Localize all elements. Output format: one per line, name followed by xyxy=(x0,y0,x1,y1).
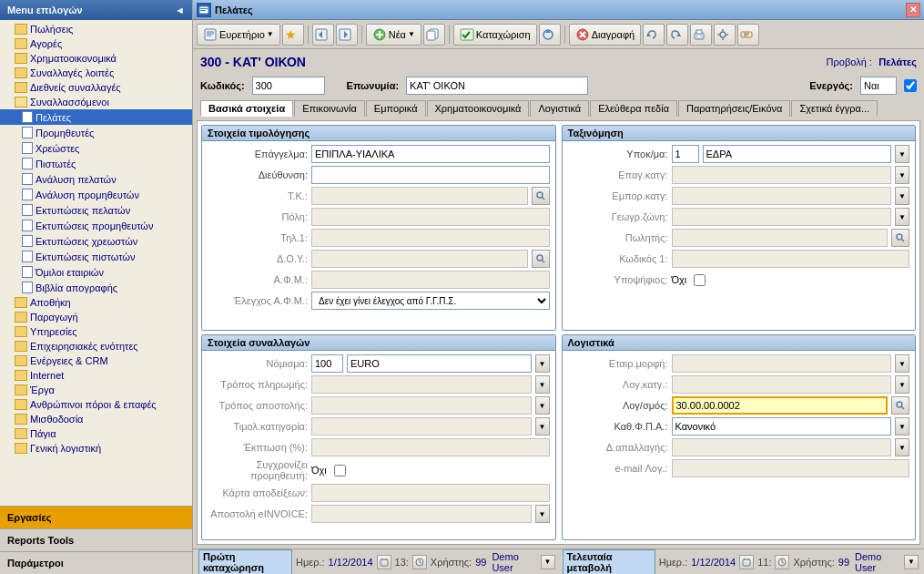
settings-button[interactable] xyxy=(714,24,736,46)
tropos-apost-input[interactable] xyxy=(311,396,532,415)
undo-button[interactable] xyxy=(643,24,665,46)
etairia-input[interactable] xyxy=(672,354,892,373)
sidebar-collapse-icon[interactable]: ◄ xyxy=(175,5,185,15)
tab-eleuthera[interactable]: Ελεύθερα πεδία xyxy=(590,100,677,117)
teleftaia-cal-button[interactable] xyxy=(739,555,754,569)
kav-fpa-dropdown[interactable]: ▼ xyxy=(895,417,909,436)
sidebar-item-xrima[interactable]: Χρηματοοικονομικά xyxy=(0,51,192,66)
kwdikos-input[interactable] xyxy=(252,77,325,95)
nea-dropdown-arrow[interactable]: ▼ xyxy=(408,30,415,38)
nav-forward-button[interactable] xyxy=(336,24,358,46)
sidebar-item-ypiresias[interactable]: Υπηρεσίες xyxy=(0,324,192,339)
teleftaia-time-button[interactable] xyxy=(775,555,789,569)
georgzoni-input[interactable] xyxy=(672,208,892,226)
politis-search-button[interactable] xyxy=(891,229,909,247)
sidebar-item-xreostes[interactable]: Χρεώστες xyxy=(0,140,192,156)
sidebar-item-apothiki[interactable]: Αποθήκη xyxy=(0,295,192,310)
nav-back-button[interactable] xyxy=(312,24,334,46)
nea-button[interactable]: Νέα ▼ xyxy=(366,24,421,46)
etairia-dropdown[interactable]: ▼ xyxy=(895,354,909,373)
sidebar-item-energeies[interactable]: Ενέργειες & CRM xyxy=(0,354,192,368)
ekptosi-input[interactable] xyxy=(311,438,550,456)
doy-input[interactable] xyxy=(311,250,528,268)
timol-kateg-dropdown[interactable]: ▼ xyxy=(535,417,550,436)
elegxos-select[interactable]: Δεν έχει γίνει έλεγχος από Γ.Γ.Π.Σ. xyxy=(311,292,550,310)
georgzoni-dropdown[interactable]: ▼ xyxy=(895,208,909,226)
ypokma-dropdown[interactable]: ▼ xyxy=(895,145,909,163)
email-log-input[interactable] xyxy=(672,459,910,477)
sidebar-item-analysi-pro[interactable]: Ανάλυση προμηθευτών xyxy=(0,187,192,202)
tab-paratiriseis[interactable]: Παρατηρήσεις/Εικόνα xyxy=(678,100,790,117)
til1-input[interactable] xyxy=(311,229,550,247)
timol-kateg-input[interactable] xyxy=(311,417,532,436)
sidebar-item-misthodossia[interactable]: Μισθοδοσία xyxy=(0,412,192,426)
sidebar-item-omiloi[interactable]: Όμιλοι εταιριών xyxy=(0,264,192,280)
dapallagis-input[interactable] xyxy=(672,438,892,456)
proti-time-button[interactable] xyxy=(412,555,427,569)
poli-input[interactable] xyxy=(311,208,550,226)
sidebar-item-promithevtes[interactable]: Προμηθευτές xyxy=(0,125,192,140)
energos-input[interactable] xyxy=(860,77,897,95)
tropos-apost-dropdown[interactable]: ▼ xyxy=(535,396,550,415)
redo-button[interactable] xyxy=(666,24,688,46)
kav-fpa-input[interactable] xyxy=(672,417,892,436)
tk-search-button[interactable] xyxy=(532,187,550,205)
sidebar-item-ektyp-xre[interactable]: Εκτυπώσεις χρεωστών xyxy=(0,233,192,249)
afm-input[interactable] xyxy=(311,271,550,289)
sidebar-item-epix[interactable]: Επιχειρησιακές ενότητες xyxy=(0,339,192,354)
sidebar-section-parametroi[interactable]: Παράμετροι xyxy=(0,551,192,574)
ypokma-value-input[interactable] xyxy=(703,145,892,163)
karta-input[interactable] xyxy=(311,484,550,502)
dapallagis-dropdown[interactable]: ▼ xyxy=(895,438,909,456)
sidebar-item-pistotes[interactable]: Πιστωτές xyxy=(0,156,192,171)
tab-logistika[interactable]: Λογιστικά xyxy=(530,100,589,117)
tab-vasika[interactable]: Βασικά στοιχεία xyxy=(200,100,293,117)
sidebar-item-agores[interactable]: Αγορές xyxy=(0,36,192,51)
sidebar-item-ektyp-pro[interactable]: Εκτυπώσεις προμηθευτών xyxy=(0,218,192,233)
logmos-search-button[interactable] xyxy=(891,396,909,415)
sidebar-item-anthropinoi[interactable]: Ανθρώπινοι πόροι & επαφές xyxy=(0,397,192,412)
star-button[interactable]: ★ xyxy=(282,24,304,46)
tropos-pliro-input[interactable] xyxy=(311,375,532,394)
sidebar-item-geniki[interactable]: Γενική λογιστική xyxy=(0,441,192,456)
sidebar-item-ektyp-pis[interactable]: Εκτυπώσεις πιστωτών xyxy=(0,249,192,264)
apostoli-input[interactable] xyxy=(311,505,532,523)
ypopsifios-checkbox[interactable] xyxy=(694,274,706,286)
sidebar-item-internet[interactable]: Internet xyxy=(0,368,192,383)
kwdikos1-input[interactable] xyxy=(672,250,910,268)
sidebar-item-pelates[interactable]: Πελάτες xyxy=(0,109,192,125)
log-katg-dropdown[interactable]: ▼ xyxy=(895,375,909,394)
nomisma-dropdown[interactable]: ▼ xyxy=(535,354,550,373)
epag-katg-input[interactable] xyxy=(672,166,892,184)
log-katg-input[interactable] xyxy=(672,375,892,394)
kataxorisi-button[interactable]: Καταχώριση xyxy=(453,24,537,46)
proti-xristis-dropdown[interactable]: ▼ xyxy=(541,555,555,569)
sidebar-item-dietheis[interactable]: Διεθνείς συναλλαγές xyxy=(0,80,192,95)
tab-emporika[interactable]: Εμπορικά xyxy=(366,100,426,117)
doy-search-button[interactable] xyxy=(532,250,550,268)
extra-button[interactable] xyxy=(737,24,759,46)
sidebar-item-vivlia[interactable]: Βιβλία απογραφής xyxy=(0,280,192,295)
nomisma-value-input[interactable] xyxy=(347,354,532,373)
tab-sxetika[interactable]: Σχετικά έγγρα... xyxy=(791,100,878,117)
proti-cal-button[interactable] xyxy=(377,555,391,569)
diagrafi-button[interactable]: Διαγραφή xyxy=(569,24,642,46)
tab-epikoinonia[interactable]: Επικοινωνία xyxy=(294,100,365,117)
copy-button[interactable] xyxy=(423,24,445,46)
sidebar-item-synalloipes[interactable]: Συναλλαγές λοιπές xyxy=(0,66,192,80)
energos-checkbox[interactable] xyxy=(904,79,917,92)
sidebar-section-reports[interactable]: Reports Tools xyxy=(0,528,192,551)
refresh-button[interactable] xyxy=(539,24,561,46)
sidebar-item-synallassomenoi[interactable]: Συναλλασσόμενοι xyxy=(0,95,192,109)
epag-katg-dropdown[interactable]: ▼ xyxy=(895,166,909,184)
logmos-input[interactable] xyxy=(672,396,888,415)
tropos-pliro-dropdown[interactable]: ▼ xyxy=(535,375,550,394)
title-bar-close[interactable]: ✕ xyxy=(906,3,920,17)
tk-input[interactable] xyxy=(311,187,528,205)
ypokma-num-input[interactable] xyxy=(672,145,699,163)
nomisma-num-input[interactable] xyxy=(311,354,343,373)
eurethrio-button[interactable]: Ευρετήριο ▼ xyxy=(197,24,280,46)
tab-xrima[interactable]: Χρηματοοικονομικά xyxy=(427,100,530,117)
sidebar-item-pagia[interactable]: Πάγια xyxy=(0,426,192,441)
epaggelma-input[interactable] xyxy=(311,145,550,163)
